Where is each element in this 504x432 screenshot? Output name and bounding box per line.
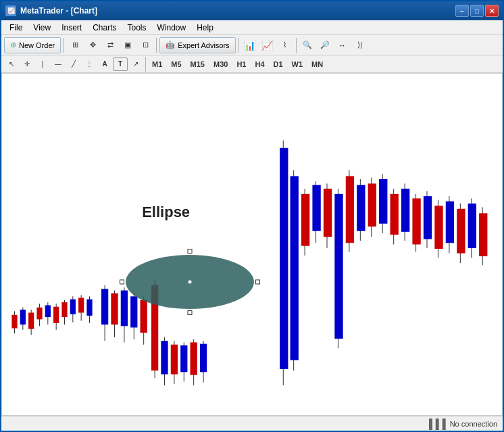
separator-4 (296, 38, 297, 53)
svg-rect-8 (36, 308, 42, 320)
chart-line-icon[interactable]: 📈 (259, 37, 276, 53)
chart-area[interactable]: Ellipse (1, 73, 503, 416)
connection-status: No connection (450, 420, 497, 428)
minimize-button[interactable]: − (455, 5, 469, 17)
ellipse-shape[interactable] (122, 251, 257, 312)
period-m5[interactable]: M5 (167, 57, 185, 71)
svg-rect-20 (86, 299, 92, 316)
tool-btn-1[interactable]: ⊞ (67, 37, 83, 53)
separator-2 (156, 38, 157, 53)
window-controls: − □ ✕ (455, 5, 499, 17)
svg-rect-64 (401, 189, 409, 232)
tool-btn-2[interactable]: ✥ (84, 37, 101, 53)
main-window: 📈 MetaTrader - [Chart] − □ ✕ File View I… (0, 0, 504, 432)
period-m1[interactable]: M1 (148, 57, 166, 71)
menu-window[interactable]: Window (152, 22, 192, 34)
new-order-label: New Order (19, 41, 55, 49)
svg-rect-68 (424, 196, 432, 239)
svg-rect-34 (161, 341, 168, 374)
handle-top[interactable] (187, 249, 192, 254)
svg-rect-74 (457, 209, 465, 254)
crosshair-tool[interactable]: ✛ (20, 57, 34, 71)
svg-rect-24 (111, 293, 118, 325)
autoscroll-icon[interactable]: ⟩| (352, 37, 368, 53)
period-h1[interactable]: H1 (232, 57, 250, 71)
menu-tools[interactable]: Tools (122, 22, 152, 34)
new-order-button[interactable]: ⊕ New Order (4, 37, 61, 53)
menu-charts[interactable]: Charts (87, 22, 122, 34)
svg-rect-78 (479, 213, 487, 256)
text-tool[interactable]: A (97, 57, 112, 71)
tool-btn-4[interactable]: ▣ (120, 37, 136, 53)
svg-rect-44 (291, 176, 299, 360)
svg-rect-52 (334, 194, 343, 339)
svg-rect-40 (191, 342, 197, 375)
svg-rect-58 (368, 183, 376, 226)
svg-rect-56 (357, 185, 365, 231)
svg-rect-38 (180, 345, 187, 373)
cursor-tool[interactable]: ↖ (4, 57, 19, 71)
label-tool[interactable]: T (113, 57, 128, 71)
svg-rect-60 (379, 179, 387, 224)
chart-type-icon[interactable]: ⌇ (277, 37, 293, 53)
center-dot (188, 280, 191, 283)
handle-right[interactable] (255, 279, 260, 284)
expert-label: Expert Advisors (178, 41, 229, 49)
menu-bar: File View Insert Charts Tools Window Hel… (1, 20, 503, 35)
tool-btn-3[interactable]: ⇄ (102, 37, 118, 53)
tool-btn-5[interactable]: ⊡ (137, 37, 153, 53)
svg-rect-14 (61, 302, 67, 317)
chart-svg (2, 74, 502, 415)
arrow-tool[interactable]: ↗ (128, 57, 143, 71)
period-w1[interactable]: W1 (288, 57, 307, 71)
period-h4[interactable]: H4 (251, 57, 268, 71)
svg-rect-12 (53, 307, 59, 323)
period-d1[interactable]: D1 (270, 57, 287, 71)
svg-rect-10 (45, 306, 51, 318)
zoom-in-icon[interactable]: 🔍 (299, 37, 316, 53)
svg-rect-72 (446, 201, 454, 243)
horizontal-line-tool[interactable]: — (51, 57, 66, 71)
svg-rect-4 (20, 310, 26, 325)
separator-1 (64, 38, 64, 53)
chart-bar-icon[interactable]: 📊 (242, 37, 258, 53)
handle-bottom[interactable] (187, 310, 192, 315)
new-order-icon: ⊕ (10, 41, 16, 49)
separator-3 (238, 38, 239, 53)
svg-rect-70 (434, 206, 443, 249)
svg-rect-48 (312, 185, 320, 231)
svg-rect-2 (11, 315, 17, 329)
svg-rect-22 (101, 289, 108, 325)
expert-icon: 🤖 (166, 41, 175, 49)
status-bar: ▐▐▐ No connection (1, 416, 503, 431)
period-sep (145, 57, 146, 72)
menu-file[interactable]: File (4, 22, 28, 34)
period-m15[interactable]: M15 (186, 57, 209, 71)
svg-rect-66 (412, 198, 420, 244)
status-bars-icon: ▐▐▐ (426, 418, 446, 429)
menu-view[interactable]: View (28, 22, 56, 34)
expert-advisors-button[interactable]: 🤖 Expert Advisors (159, 37, 235, 53)
svg-rect-46 (301, 194, 309, 246)
close-button[interactable]: ✕ (485, 5, 499, 17)
handle-left[interactable] (120, 279, 124, 284)
channel-tool[interactable]: ⋮ (82, 57, 97, 71)
title-bar: 📈 MetaTrader - [Chart] − □ ✕ (1, 1, 503, 20)
window-title: MetaTrader - [Chart] (20, 6, 455, 16)
vertical-line-tool[interactable]: | (35, 57, 50, 71)
menu-help[interactable]: Help (191, 22, 219, 34)
scroll-icon[interactable]: ↔ (334, 37, 351, 53)
svg-rect-16 (70, 299, 76, 314)
toolbar-main: ⊕ New Order ⊞ ✥ ⇄ ▣ ⊡ 🤖 Expert Advisors … (1, 35, 503, 55)
svg-rect-50 (324, 189, 332, 237)
toolbar-drawing: ↖ ✛ | — ╱ ⋮ A T ↗ M1 M5 M15 M30 H1 H4 D1… (1, 55, 503, 73)
menu-insert[interactable]: Insert (56, 22, 87, 34)
period-mn[interactable]: MN (307, 57, 327, 71)
zoom-out-icon[interactable]: 🔎 (317, 37, 333, 53)
svg-rect-62 (390, 194, 399, 235)
restore-button[interactable]: □ (470, 5, 484, 17)
trendline-tool[interactable]: ╱ (66, 57, 81, 71)
period-m30[interactable]: M30 (209, 57, 232, 71)
svg-rect-80 (280, 148, 288, 369)
svg-rect-36 (171, 345, 178, 375)
